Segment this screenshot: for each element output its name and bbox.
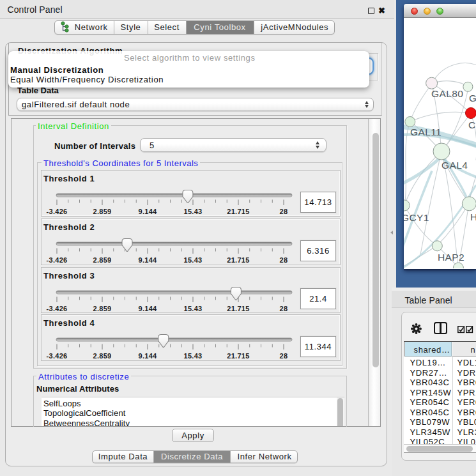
svg-text:21.715: 21.715 bbox=[227, 352, 249, 360]
svg-text:15.43: 15.43 bbox=[183, 352, 202, 360]
svg-text:-3.426: -3.426 bbox=[47, 352, 68, 360]
svg-text:2.859: 2.859 bbox=[93, 352, 111, 360]
svg-text:15.43: 15.43 bbox=[183, 256, 202, 264]
svg-text:-3.426: -3.426 bbox=[47, 256, 68, 264]
svg-text:21.715: 21.715 bbox=[227, 256, 249, 264]
svg-text:9.144: 9.144 bbox=[138, 208, 157, 215]
svg-text:28: 28 bbox=[280, 208, 288, 215]
svg-text:21.715: 21.715 bbox=[227, 208, 249, 215]
svg-text:9.144: 9.144 bbox=[138, 256, 157, 264]
svg-text:HAP2: HAP2 bbox=[438, 251, 464, 262]
svg-text:2.859: 2.859 bbox=[93, 304, 111, 312]
svg-text:28: 28 bbox=[280, 352, 288, 360]
svg-text:-3.426: -3.426 bbox=[47, 208, 68, 215]
svg-text:GCY1: GCY1 bbox=[404, 211, 429, 222]
svg-text:-3.426: -3.426 bbox=[47, 304, 68, 312]
svg-text:H: H bbox=[470, 211, 476, 222]
svg-text:21.715: 21.715 bbox=[227, 304, 249, 312]
svg-text:28: 28 bbox=[280, 304, 288, 312]
svg-text:2.859: 2.859 bbox=[93, 208, 111, 215]
svg-text:9.144: 9.144 bbox=[138, 352, 157, 360]
svg-text:GAL80: GAL80 bbox=[431, 88, 463, 98]
svg-text:GA: GA bbox=[469, 92, 476, 103]
svg-text:28: 28 bbox=[280, 256, 288, 264]
svg-text:15.43: 15.43 bbox=[183, 208, 202, 215]
svg-text:15.43: 15.43 bbox=[183, 304, 202, 312]
svg-text:GAL11: GAL11 bbox=[410, 126, 441, 137]
svg-text:C: C bbox=[468, 119, 476, 130]
svg-text:GAL4: GAL4 bbox=[441, 159, 468, 170]
svg-text:2.859: 2.859 bbox=[93, 256, 111, 264]
svg-text:9.144: 9.144 bbox=[138, 304, 157, 312]
